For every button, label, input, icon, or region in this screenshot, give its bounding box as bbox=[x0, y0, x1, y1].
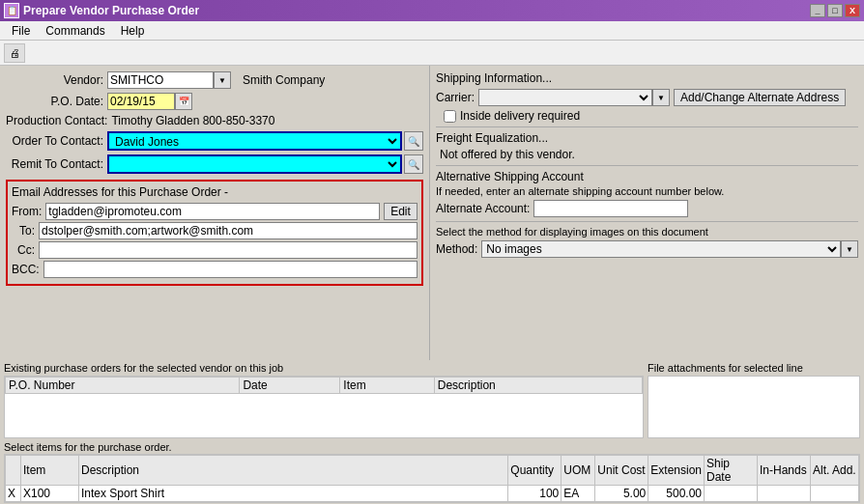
email-from-label: From: bbox=[12, 205, 45, 218]
remit-contact-select[interactable] bbox=[107, 154, 402, 174]
email-cc-label: Cc: bbox=[12, 243, 39, 257]
file-attachments-section: File attachments for selected line bbox=[648, 362, 860, 438]
items-table-container: Item Description Quantity UOM Unit Cost … bbox=[4, 454, 860, 503]
item-col-qty: Quantity bbox=[508, 456, 562, 486]
maximize-button[interactable]: □ bbox=[827, 4, 843, 17]
vendor-company-name: Smith Company bbox=[243, 73, 325, 87]
images-method-label: Method: bbox=[436, 242, 477, 256]
item-ship-date bbox=[705, 486, 758, 502]
menu-help[interactable]: Help bbox=[113, 22, 153, 40]
freight-message: Not offered by this vendor. bbox=[436, 148, 858, 161]
po-col-number: P.O. Number bbox=[6, 378, 240, 394]
order-contact-row: Order To Contact: David Jones 🔍 bbox=[6, 131, 423, 151]
item-col-unitcost: Unit Cost bbox=[595, 456, 648, 486]
vendor-dropdown-icon[interactable]: ▼ bbox=[214, 71, 231, 89]
inside-delivery-row: Inside delivery required bbox=[436, 109, 858, 123]
alt-account-label: Alternate Account: bbox=[436, 202, 530, 215]
production-contact-label: Production Contact: bbox=[6, 114, 111, 127]
images-method-select[interactable]: No images Small images Large images bbox=[481, 240, 841, 258]
app-icon: 📋 bbox=[4, 3, 19, 18]
freight-title: Freight Equalization... bbox=[436, 131, 858, 145]
order-contact-search-icon[interactable]: 🔍 bbox=[404, 131, 423, 151]
images-desc: Select the method for displaying images … bbox=[436, 226, 858, 238]
production-contact-value: Timothy Gladden 800-850-3370 bbox=[111, 114, 274, 127]
order-contact-select[interactable]: David Jones bbox=[107, 131, 402, 151]
add-change-address-button[interactable]: Add/Change Alternate Address bbox=[674, 89, 846, 106]
item-col-inhands: In-Hands bbox=[758, 456, 811, 486]
remit-contact-search-icon[interactable]: 🔍 bbox=[404, 154, 423, 174]
email-bcc-label: BCC: bbox=[12, 263, 43, 276]
images-dropdown-icon[interactable]: ▼ bbox=[841, 240, 858, 258]
remit-contact-row: Remit To Contact: 🔍 bbox=[6, 154, 423, 174]
vendor-row: Vendor: ▼ Smith Company bbox=[6, 71, 423, 89]
production-contact-row: Production Contact: Timothy Gladden 800-… bbox=[6, 114, 423, 127]
menu-file[interactable]: File bbox=[4, 22, 38, 40]
item-extension: 500.00 bbox=[648, 486, 705, 502]
item-col-check bbox=[6, 456, 21, 486]
shipping-title: Shipping Information... bbox=[436, 71, 858, 85]
email-from-input[interactable] bbox=[45, 203, 380, 220]
select-items-title: Select items for the purchase order. bbox=[4, 441, 860, 453]
item-alt-add bbox=[811, 486, 859, 502]
item-row[interactable]: X X100 Intex Sport Shirt 100 EA 5.00 500… bbox=[6, 486, 859, 502]
minimize-button[interactable]: _ bbox=[810, 4, 825, 17]
email-section: Email Addresses for this Purchase Order … bbox=[6, 180, 423, 286]
menu-commands[interactable]: Commands bbox=[38, 22, 112, 40]
po-col-desc: Description bbox=[434, 378, 642, 394]
email-bcc-row: BCC: bbox=[12, 261, 418, 278]
item-unit-cost: 5.00 bbox=[595, 486, 648, 502]
menu-bar: File Commands Help bbox=[0, 21, 864, 41]
email-section-title: Email Addresses for this Purchase Order … bbox=[12, 185, 418, 199]
email-bcc-input[interactable] bbox=[43, 261, 418, 278]
email-to-input[interactable] bbox=[39, 222, 418, 239]
order-contact-label: Order To Contact: bbox=[6, 134, 107, 148]
vendor-input[interactable] bbox=[107, 71, 214, 89]
item-col-ext: Extension bbox=[648, 456, 705, 486]
email-edit-button[interactable]: Edit bbox=[384, 203, 418, 220]
item-col-item: Item bbox=[21, 456, 79, 486]
existing-po-title: Existing purchase orders for the selecte… bbox=[4, 362, 644, 374]
po-date-label: P.O. Date: bbox=[6, 95, 107, 108]
item-in-hands bbox=[758, 486, 811, 502]
alt-account-input[interactable] bbox=[533, 200, 688, 217]
email-from-row: From: Edit bbox=[12, 203, 418, 220]
po-date-row: P.O. Date: 📅 bbox=[6, 93, 423, 110]
po-date-input[interactable] bbox=[107, 93, 175, 110]
file-attachments-title: File attachments for selected line bbox=[648, 362, 860, 374]
calendar-icon[interactable]: 📅 bbox=[175, 93, 192, 110]
remit-contact-label: Remit To Contact: bbox=[6, 157, 107, 171]
email-cc-input[interactable] bbox=[39, 241, 418, 259]
print-button[interactable]: 🖨 bbox=[4, 43, 25, 63]
images-method-row: Method: No images Small images Large ima… bbox=[436, 240, 858, 258]
file-attachments-list bbox=[648, 376, 860, 438]
email-to-row: To: bbox=[12, 222, 418, 239]
carrier-label: Carrier: bbox=[436, 91, 475, 104]
images-section: Select the method for displaying images … bbox=[436, 226, 858, 258]
po-col-date: Date bbox=[240, 378, 340, 394]
alt-account-row: Alternate Account: bbox=[436, 200, 858, 217]
alt-shipping-section: Alternative Shipping Account If needed, … bbox=[436, 170, 858, 217]
close-button[interactable]: X bbox=[845, 4, 860, 17]
item-col-desc: Description bbox=[79, 456, 508, 486]
window-title: Prepare Vendor Purchase Order bbox=[23, 4, 199, 17]
carrier-dropdown-icon[interactable]: ▼ bbox=[652, 89, 670, 106]
toolbar: 🖨 bbox=[0, 41, 864, 66]
email-cc-row: Cc: bbox=[12, 241, 418, 259]
alt-shipping-title: Alternative Shipping Account bbox=[436, 170, 858, 183]
item-check: X bbox=[6, 486, 21, 502]
carrier-row: Carrier: ▼ Add/Change Alternate Address bbox=[436, 89, 858, 106]
freight-section: Freight Equalization... Not offered by t… bbox=[436, 131, 858, 161]
item-col-shipdate: Ship Date bbox=[705, 456, 758, 486]
inside-delivery-checkbox[interactable] bbox=[444, 110, 456, 123]
item-uom: EA bbox=[562, 486, 595, 502]
item-quantity: 100 bbox=[508, 486, 562, 502]
vendor-label: Vendor: bbox=[6, 73, 107, 87]
item-col-uom: UOM bbox=[562, 456, 595, 486]
po-col-item: Item bbox=[340, 378, 434, 394]
item-col-altadd: Alt. Add. bbox=[811, 456, 859, 486]
email-to-label: To: bbox=[12, 224, 39, 238]
item-description: Intex Sport Shirt bbox=[79, 486, 508, 502]
item-code: X100 bbox=[21, 486, 79, 502]
carrier-select[interactable] bbox=[478, 89, 652, 106]
inside-delivery-label: Inside delivery required bbox=[460, 109, 580, 123]
